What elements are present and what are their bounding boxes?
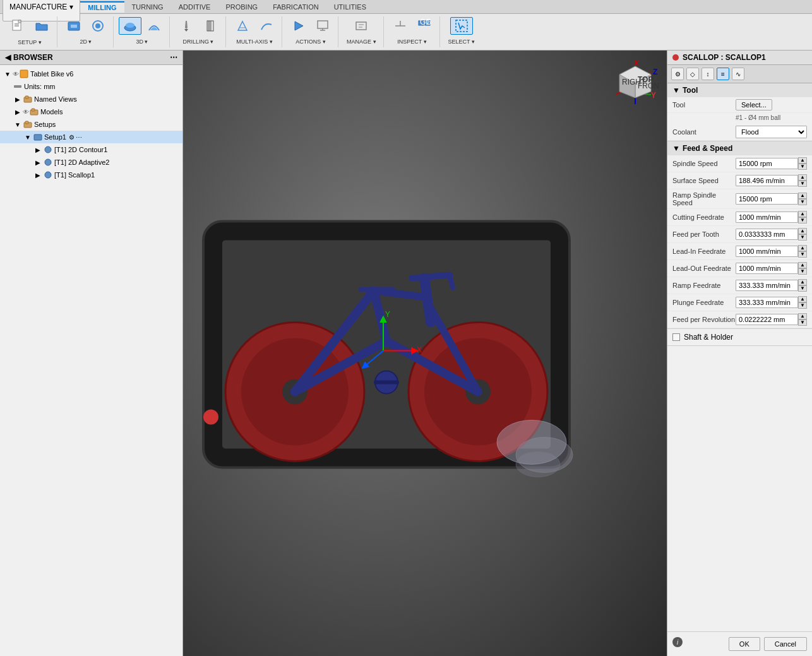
tree-item-scallop[interactable]: ▶ [T1] Scallop1	[0, 169, 182, 181]
tree-icon-contour	[43, 145, 53, 155]
ramp-feedrate-down[interactable]: ▼	[798, 285, 807, 292]
drilling-button[interactable]	[175, 17, 198, 35]
tab-probing[interactable]: PROBING	[218, 2, 265, 12]
drilling-dropdown-button[interactable]: DRILLING ▾	[179, 36, 217, 47]
surface-speed-up[interactable]: ▲	[798, 174, 807, 181]
ramp-spindle-down[interactable]: ▼	[798, 199, 807, 205]
feed-per-rev-input[interactable]	[736, 314, 798, 325]
tab-tool-icon[interactable]: ⚙	[671, 68, 684, 80]
tab-height-icon[interactable]: ↕	[702, 68, 714, 80]
tree-item-named-views[interactable]: ▶ Named Views	[0, 93, 182, 105]
tree-item-setups[interactable]: ▼ Setups	[0, 118, 182, 131]
select-dropdown-button[interactable]: SELECT ▾	[445, 36, 478, 47]
actions-dropdown-button[interactable]: ACTIONS ▾	[292, 36, 329, 47]
feed-per-tooth-input[interactable]	[736, 229, 798, 240]
setup1-options-icon[interactable]: ⋯	[76, 134, 82, 141]
manage-button[interactable]	[350, 17, 373, 35]
tab-turning[interactable]: TURNING	[124, 2, 171, 12]
3d-scallop-button[interactable]	[119, 17, 141, 35]
cutting-feedrate-up[interactable]: ▲	[798, 211, 807, 217]
2d-dropdown-button[interactable]: 2D ▾	[75, 36, 97, 47]
open-button[interactable]	[30, 17, 53, 35]
tab-link-icon[interactable]: ∿	[732, 68, 744, 80]
feed-per-rev-up[interactable]: ▲	[798, 313, 807, 319]
tab-passes-icon[interactable]: ≡	[717, 68, 729, 80]
tab-geometry-icon[interactable]: ◇	[686, 68, 699, 80]
tab-utilities[interactable]: UTILITIES	[326, 2, 374, 12]
ramp-feedrate-up[interactable]: ▲	[798, 279, 807, 285]
tab-milling[interactable]: MILLING	[80, 1, 124, 13]
plunge-feedrate-up[interactable]: ▲	[798, 296, 807, 302]
feed-per-tooth-up[interactable]: ▲	[798, 228, 807, 234]
plunge-feedrate-input[interactable]	[736, 297, 798, 308]
lead-in-up[interactable]: ▲	[798, 245, 807, 251]
browser-options-icon[interactable]: ⋯	[170, 53, 177, 62]
shaft-holder-checkbox[interactable]	[672, 333, 680, 341]
inspect-button[interactable]	[389, 17, 412, 35]
lead-in-down[interactable]: ▼	[798, 251, 807, 258]
tree-item-models[interactable]: ▶ 👁 Models	[0, 105, 182, 118]
plunge-feedrate-down[interactable]: ▼	[798, 302, 807, 309]
inspect-dropdown-button[interactable]: INSPECT ▾	[394, 36, 429, 47]
tree-arrow-named-views[interactable]: ▶	[13, 94, 23, 104]
tree-arrow-root[interactable]: ▼	[3, 69, 13, 79]
cancel-button[interactable]: Cancel	[764, 637, 807, 651]
tool-section-header[interactable]: ▼ Tool	[667, 83, 812, 97]
feed-per-tooth-down[interactable]: ▼	[798, 234, 807, 241]
coolant-select[interactable]: Flood Mist None	[736, 126, 807, 138]
tool-select-button[interactable]: Select...	[736, 99, 772, 110]
tree-arrow-contour[interactable]: ▶	[33, 145, 43, 155]
select-button[interactable]	[450, 17, 473, 35]
lead-out-down[interactable]: ▼	[798, 268, 807, 275]
manage-dropdown-button[interactable]: MANAGE ▾	[343, 36, 379, 47]
swarf-button[interactable]	[255, 17, 278, 35]
browser-collapse-icon[interactable]: ◀	[5, 53, 11, 62]
lead-in-input[interactable]	[736, 246, 798, 257]
surface-speed-input[interactable]	[736, 175, 798, 186]
spindle-speed-down[interactable]: ▼	[798, 164, 807, 170]
2d-pocket-button[interactable]	[63, 17, 85, 35]
ramp-spindle-up[interactable]: ▲	[798, 193, 807, 199]
feed-per-rev-down[interactable]: ▼	[798, 319, 807, 326]
tree-item-units[interactable]: Units: mm	[0, 80, 182, 93]
tree-item-contour[interactable]: ▶ [T1] 2D Contour1	[0, 143, 182, 156]
lead-out-up[interactable]: ▲	[798, 262, 807, 268]
multiaxis-dropdown-button[interactable]: MULTI-AXIS ▾	[233, 36, 275, 47]
eye-icon-models[interactable]: 👁	[23, 109, 29, 116]
spindle-speed-up[interactable]: ▲	[798, 157, 807, 164]
multiaxis-button[interactable]	[231, 17, 254, 35]
viewport[interactable]: Y X	[183, 51, 667, 656]
spindle-speed-input[interactable]	[736, 158, 798, 169]
lead-out-input[interactable]	[736, 263, 798, 274]
2d-contour-button[interactable]	[87, 17, 109, 35]
setup-dropdown-button[interactable]: SETUP ▾	[15, 37, 44, 47]
tree-item-setup1[interactable]: ▼ Setup1 ⚙ ⋯	[0, 131, 182, 143]
eye-icon-root[interactable]: 👁	[13, 71, 19, 78]
cutting-feedrate-down[interactable]: ▼	[798, 217, 807, 224]
tree-item-root[interactable]: ▼ 👁 Tablet Bike v6	[0, 68, 182, 80]
simulate-button[interactable]	[287, 17, 310, 35]
tree-arrow-setup1[interactable]: ▼	[23, 132, 33, 142]
ramp-feedrate-input[interactable]	[736, 280, 798, 291]
tab-fabrication[interactable]: FABRICATION	[265, 2, 326, 12]
cutting-feedrate-input[interactable]	[736, 212, 798, 223]
tree-arrow-setups[interactable]: ▼	[13, 119, 23, 129]
svg-text:Z: Z	[653, 68, 657, 76]
info-icon[interactable]: i	[672, 637, 683, 647]
3d-adaptive-button[interactable]	[143, 17, 165, 35]
ok-button[interactable]: OK	[729, 637, 760, 651]
post-button[interactable]	[311, 17, 334, 35]
new-doc-button[interactable]	[6, 17, 29, 35]
3d-dropdown-button[interactable]: 3D ▾	[131, 36, 153, 47]
surface-speed-down[interactable]: ▼	[798, 181, 807, 187]
ramp-spindle-input[interactable]	[736, 193, 798, 205]
tab-additive[interactable]: ADDITIVE	[171, 2, 218, 12]
tree-arrow-scallop[interactable]: ▶	[33, 170, 43, 180]
tree-item-adaptive[interactable]: ▶ [T1] 2D Adaptive2	[0, 156, 182, 169]
tree-arrow-models[interactable]: ▶	[13, 107, 23, 117]
g1g2-button[interactable]: G1G2	[413, 17, 436, 35]
view-cube[interactable]: TOP FRONT RIGHT X Z Y	[610, 57, 660, 107]
tree-arrow-adaptive[interactable]: ▶	[33, 157, 43, 167]
thread-button[interactable]	[199, 17, 222, 35]
feed-speed-header[interactable]: ▼ Feed & Speed	[667, 141, 812, 155]
